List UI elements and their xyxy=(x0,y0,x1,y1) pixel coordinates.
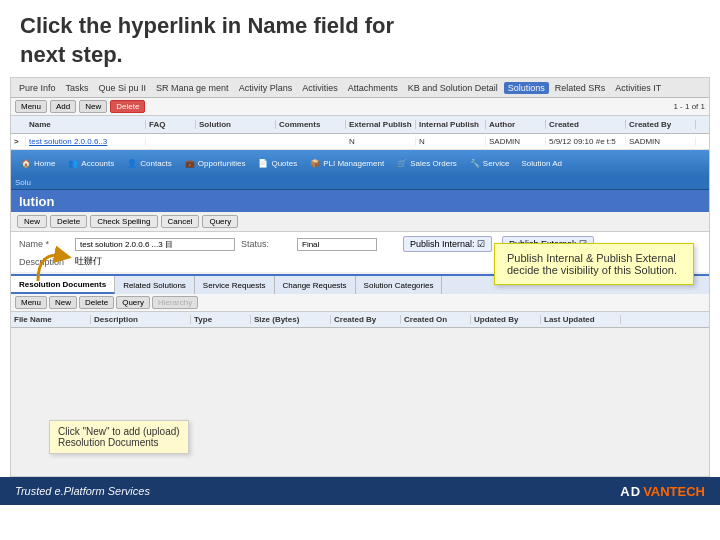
new-button-tooltip: Click "New" to add (upload) Resolution D… xyxy=(49,420,189,454)
sol-checkspelling-button[interactable]: Check Spelling xyxy=(90,215,157,228)
nav-item-solutions[interactable]: Solutions xyxy=(504,82,549,94)
page-title: Click the hyperlink in Name field for ne… xyxy=(20,12,700,69)
new-button[interactable]: New xyxy=(79,100,107,113)
tab-service-requests[interactable]: Service Requests xyxy=(195,276,275,294)
crm-nav-solution-ad[interactable]: Solution Ad xyxy=(517,157,567,170)
service-icon: 🔧 xyxy=(469,157,481,169)
row-author: SADMIN xyxy=(486,137,546,146)
sol-new-button[interactable]: New xyxy=(17,215,47,228)
col-created-by: Created By xyxy=(626,120,696,129)
col-ext-publish: External Publish xyxy=(346,120,416,129)
row-ext-publish: N xyxy=(346,137,416,146)
res-col-createdby: Created By xyxy=(331,315,401,324)
publish-tooltip: Publish Internal & Publish External deci… xyxy=(494,243,694,285)
footer-logo: AD VANTECH xyxy=(620,484,705,499)
logo-vantech: VANTECH xyxy=(643,484,705,499)
page-info: 1 - 1 of 1 xyxy=(673,102,705,111)
big-arrow-indicator xyxy=(33,246,73,286)
sol-delete-button[interactable]: Delete xyxy=(50,215,87,228)
res-col-createdon: Created On xyxy=(401,315,471,324)
menu-button[interactable]: Menu xyxy=(15,100,47,113)
solution-toolbar: New Delete Check Spelling Cancel Query xyxy=(11,212,709,232)
row-arrow: > xyxy=(11,137,26,146)
sol-cancel-button[interactable]: Cancel xyxy=(161,215,200,228)
description-value: 吐辦仃 xyxy=(75,255,102,268)
res-col-description: Description xyxy=(91,315,191,324)
res-menu-button[interactable]: Menu xyxy=(15,296,47,309)
res-delete-button[interactable]: Delete xyxy=(79,296,114,309)
col-int-publish: Internal Publish xyxy=(416,120,486,129)
res-col-size: Size (Bytes) xyxy=(251,315,331,324)
publish-internal-checkbox[interactable]: Publish Internal: ☑ xyxy=(403,236,492,252)
res-new-button[interactable]: New xyxy=(49,296,77,309)
crm-nav-opportunities[interactable]: 💼 Opportunities xyxy=(179,155,251,171)
nav-item-activityplans[interactable]: Activity Plans xyxy=(235,82,297,94)
accounts-icon: 👥 xyxy=(67,157,79,169)
footer: Trusted e.Platform Services AD VANTECH xyxy=(0,477,720,505)
tab-related-solutions[interactable]: Related Solutions xyxy=(115,276,195,294)
salesorders-icon: 🛒 xyxy=(396,157,408,169)
footer-text: Trusted e.Platform Services xyxy=(15,485,150,497)
crm-nav-home[interactable]: 🏠 Home xyxy=(15,155,60,171)
res-query-button[interactable]: Query xyxy=(116,296,150,309)
tab-change-requests[interactable]: Change Requests xyxy=(275,276,356,294)
col-solution: Solution xyxy=(196,120,276,129)
crm-nav-quotes[interactable]: 📄 Quotes xyxy=(252,155,302,171)
pli-icon: 📦 xyxy=(309,157,321,169)
solution-header: lution xyxy=(11,190,709,212)
res-hierarchy-button[interactable]: Hierarchy xyxy=(152,296,198,309)
res-col-updatedby: Updated By xyxy=(471,315,541,324)
col-created: Created xyxy=(546,120,626,129)
logo-ad: AD xyxy=(620,484,641,499)
menu-bar: Menu Add New Delete 1 - 1 of 1 xyxy=(11,98,709,116)
nav-item-relatedsrs[interactable]: Related SRs xyxy=(551,82,610,94)
top-nav-bar: Pure Info Tasks Que Si pu II SR Mana ge … xyxy=(11,78,709,98)
add-button[interactable]: Add xyxy=(50,100,76,113)
crm-nav-bar: 🏠 Home 👥 Accounts 👤 Contacts 💼 Opportuni… xyxy=(11,150,709,176)
col-comments: Comments xyxy=(276,120,346,129)
nav-item-kb[interactable]: KB and Solution Detail xyxy=(404,82,502,94)
col-name: Name xyxy=(26,120,146,129)
row-created-by: SADMIN xyxy=(626,137,696,146)
nav-item-pureinfo[interactable]: Pure Info xyxy=(15,82,60,94)
col-faq: FAQ xyxy=(146,120,196,129)
quotes-icon: 📄 xyxy=(257,157,269,169)
res-toolbar: Menu New Delete Query Hierarchy xyxy=(11,294,709,312)
sol-query-button[interactable]: Query xyxy=(202,215,238,228)
crm-nav-salesorders[interactable]: 🛒 Sales Orders xyxy=(391,155,462,171)
res-table-header: File Name Description Type Size (Bytes) … xyxy=(11,312,709,328)
crm-nav-service[interactable]: 🔧 Service xyxy=(464,155,515,171)
crm-sub-nav: Solu xyxy=(11,176,709,190)
nav-item-activities[interactable]: Activities xyxy=(298,82,342,94)
res-col-lastupdated: Last Updated xyxy=(541,315,621,324)
status-input[interactable] xyxy=(297,238,377,251)
row-created: 5/9/12 09:10 #e t:5 xyxy=(546,137,626,146)
tab-solution-categories[interactable]: Solution Categories xyxy=(356,276,443,294)
nav-item-tasks[interactable]: Tasks xyxy=(62,82,93,94)
crm-nav-contacts[interactable]: 👤 Contacts xyxy=(121,155,177,171)
nav-item-srmanagement[interactable]: SR Mana ge ment xyxy=(152,82,233,94)
row-name[interactable]: test solution 2.0.0.6..3 xyxy=(26,137,146,146)
name-input[interactable] xyxy=(75,238,235,251)
col-author: Author xyxy=(486,120,546,129)
contacts-icon: 👤 xyxy=(126,157,138,169)
status-label: Status: xyxy=(241,239,291,249)
nav-item-activitiesit[interactable]: Activities IT xyxy=(611,82,665,94)
home-icon: 🏠 xyxy=(20,157,32,169)
header-section: Click the hyperlink in Name field for ne… xyxy=(0,0,720,77)
res-col-type: Type xyxy=(191,315,251,324)
screenshot-container: Pure Info Tasks Que Si pu II SR Mana ge … xyxy=(10,77,710,477)
nav-item-queues[interactable]: Que Si pu II xyxy=(95,82,151,94)
table-row: > test solution 2.0.0.6..3 N N SADMIN 5/… xyxy=(11,134,709,150)
table-header: Name FAQ Solution Comments External Publ… xyxy=(11,116,709,134)
nav-item-attachments[interactable]: Attachments xyxy=(344,82,402,94)
delete-button[interactable]: Delete xyxy=(110,100,145,113)
opportunities-icon: 💼 xyxy=(184,157,196,169)
row-int-publish: N xyxy=(416,137,486,146)
crm-nav-accounts[interactable]: 👥 Accounts xyxy=(62,155,119,171)
res-col-filename: File Name xyxy=(11,315,91,324)
crm-nav-pli[interactable]: 📦 PLI Management xyxy=(304,155,389,171)
